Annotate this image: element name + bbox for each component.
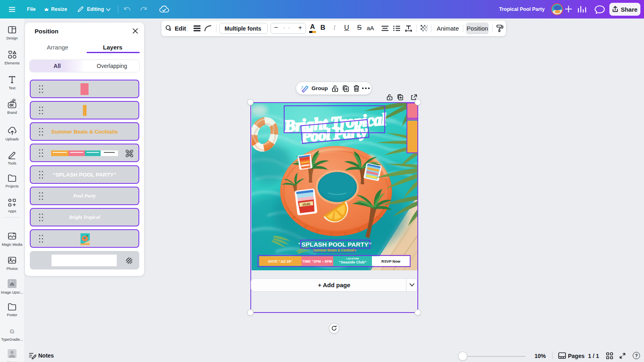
svg-text:G: G — [10, 328, 14, 335]
